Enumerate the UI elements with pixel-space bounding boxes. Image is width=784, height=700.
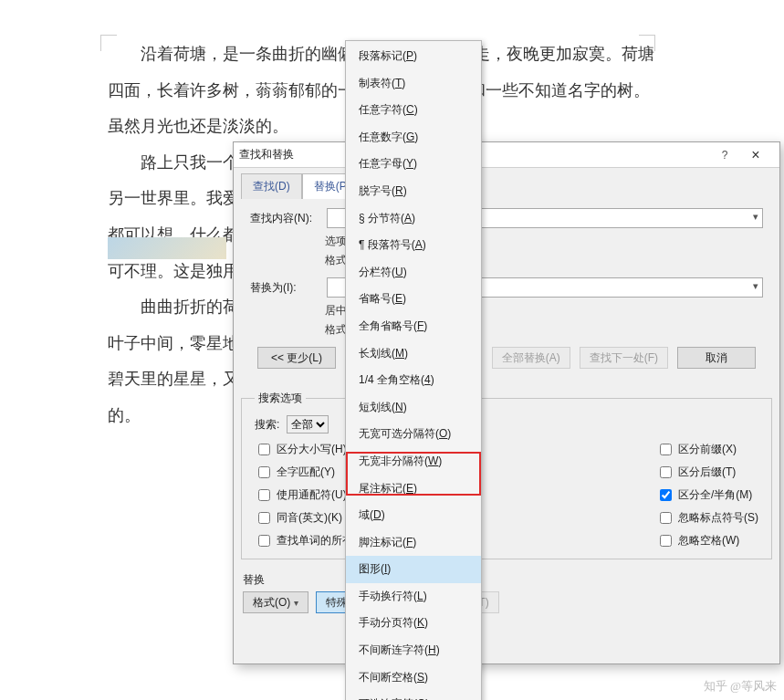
menu-item-f-10[interactable]: 全角省略号(F) xyxy=(346,313,481,340)
dialog-tabs: 查找(D) 替换(P) 定位(G) xyxy=(234,168,779,199)
close-button[interactable]: × xyxy=(737,147,774,163)
action-buttons: << 更少(L) 替换(R) 全部替换(A) 查找下一处(F) 取消 xyxy=(250,341,763,374)
menu-item-h-22[interactable]: 不间断连字符(H) xyxy=(346,637,481,664)
search-options-legend: 搜索选项 xyxy=(255,391,306,406)
replace-all-button[interactable]: 全部替换(A) xyxy=(492,347,570,369)
menu-item-o-24[interactable]: 可选连字符(O) xyxy=(346,691,481,700)
menu-item-n-13[interactable]: 短划线(N) xyxy=(346,394,481,422)
menu-item-g-3[interactable]: 任意数字(G) xyxy=(346,124,481,151)
menu-item-a-6[interactable]: § 分节符(A) xyxy=(346,205,481,233)
menu-item-f-18[interactable]: 脚注标记(F) xyxy=(346,529,481,557)
search-scope-select[interactable]: 全部 xyxy=(287,415,329,434)
chk-ignore-space[interactable]: 忽略空格(W) xyxy=(656,532,758,549)
dialog-titlebar: 查找和替换 ? × xyxy=(234,142,779,168)
cancel-button[interactable]: 取消 xyxy=(677,347,756,369)
chk-suffix[interactable]: 区分后缀(T) xyxy=(656,464,758,481)
chk-ignore-punct[interactable]: 忽略标点符号(S) xyxy=(656,509,758,527)
menu-item-t-1[interactable]: 制表符(T) xyxy=(346,70,481,98)
menu-item-i-19[interactable]: 图形(I) xyxy=(346,556,481,583)
search-options-group: 搜索选项 搜索: 全部 区分大小写(H) 全字匹配(Y) 使用通配符(U) 同音… xyxy=(241,391,772,559)
menu-item-o-14[interactable]: 无宽可选分隔符(O) xyxy=(346,421,481,448)
menu-item-e-9[interactable]: 省略号(E) xyxy=(346,286,481,313)
menu-item-c-2[interactable]: 任意字符(C) xyxy=(346,97,481,124)
help-button[interactable]: ? xyxy=(712,149,737,162)
menu-item-m-11[interactable]: 长划线(M) xyxy=(346,340,481,368)
menu-item-l-20[interactable]: 手动换行符(L) xyxy=(346,583,481,611)
menu-item-4-12[interactable]: 1/4 全角空格(4) xyxy=(346,367,481,394)
menu-item-r-5[interactable]: 脱字号(R) xyxy=(346,178,481,205)
tab-find[interactable]: 查找(D) xyxy=(241,173,302,199)
less-button[interactable]: << 更少(L) xyxy=(257,347,336,369)
find-next-button[interactable]: 查找下一处(F) xyxy=(580,347,668,369)
right-options: 区分前缀(X) 区分后缀(T) 区分全/半角(M) 忽略标点符号(S) 忽略空格… xyxy=(656,441,758,549)
find-replace-dialog: 查找和替换 ? × 查找(D) 替换(P) 定位(G) 查找内容(N): 选项:… xyxy=(233,141,780,664)
menu-item-p-0[interactable]: 段落标记(P) xyxy=(346,43,481,70)
find-label: 查找内容(N): xyxy=(250,211,321,226)
replace-label: 替换为(I): xyxy=(250,280,321,296)
replace-section: 替换 格式(O) 特殊格式(E) 不限定格式(T) xyxy=(234,567,779,622)
menu-item-s-23[interactable]: 不间断空格(S) xyxy=(346,664,481,692)
menu-item-d-17[interactable]: 域(D) xyxy=(346,502,481,529)
replace-section-label: 替换 xyxy=(243,572,770,588)
menu-item-u-8[interactable]: 分栏符(U) xyxy=(346,259,481,287)
highlight-box xyxy=(346,452,481,496)
menu-item-y-4[interactable]: 任意字母(Y) xyxy=(346,151,481,178)
format-dropdown[interactable]: 格式(O) xyxy=(243,591,308,613)
menu-item-a-7[interactable]: ¶ 段落符号(A) xyxy=(346,232,481,259)
watermark: 知乎 @等风来 xyxy=(704,678,777,695)
search-scope-label: 搜索: xyxy=(255,417,279,433)
menu-item-k-21[interactable]: 手动分页符(K) xyxy=(346,610,481,637)
inline-image xyxy=(108,237,226,259)
chk-fullhalf[interactable]: 区分全/半角(M) xyxy=(656,486,758,504)
chk-prefix[interactable]: 区分前缀(X) xyxy=(656,441,758,458)
special-format-menu: 段落标记(P)制表符(T)任意字符(C)任意数字(G)任意字母(Y)脱字号(R)… xyxy=(345,40,482,700)
dialog-body: 查找内容(N): 选项: 区分全/半角 格式: 替换为(I): 居中 格式: <… xyxy=(241,199,772,383)
